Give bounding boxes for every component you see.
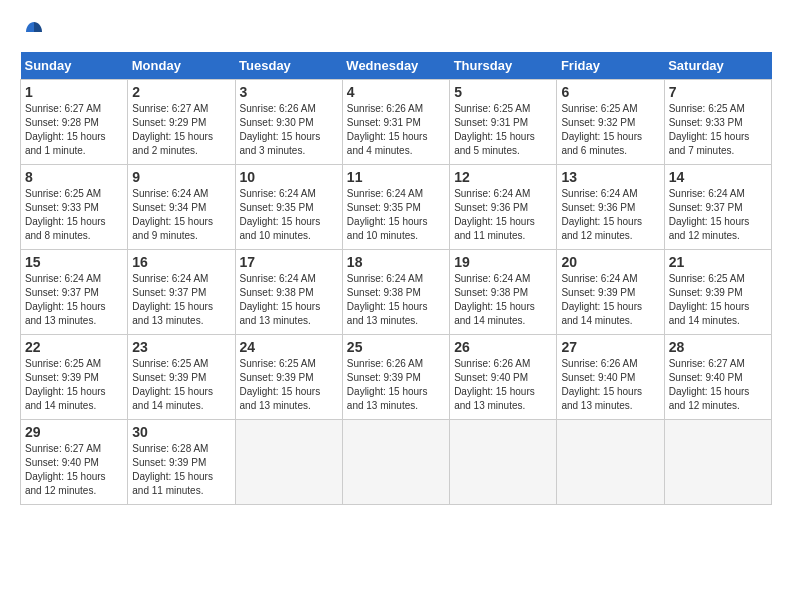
calendar-day-cell: 27Sunrise: 6:26 AMSunset: 9:40 PMDayligh… [557,335,664,420]
day-info: Sunrise: 6:24 AMSunset: 9:36 PMDaylight:… [454,187,552,243]
day-number: 29 [25,424,123,440]
calendar-day-cell: 22Sunrise: 6:25 AMSunset: 9:39 PMDayligh… [21,335,128,420]
day-info: Sunrise: 6:25 AMSunset: 9:33 PMDaylight:… [669,102,767,158]
day-info: Sunrise: 6:27 AMSunset: 9:40 PMDaylight:… [25,442,123,498]
calendar-day-cell [450,420,557,505]
day-number: 12 [454,169,552,185]
day-info: Sunrise: 6:24 AMSunset: 9:37 PMDaylight:… [132,272,230,328]
day-info: Sunrise: 6:24 AMSunset: 9:38 PMDaylight:… [454,272,552,328]
calendar-day-cell: 1Sunrise: 6:27 AMSunset: 9:28 PMDaylight… [21,80,128,165]
calendar-day-cell: 24Sunrise: 6:25 AMSunset: 9:39 PMDayligh… [235,335,342,420]
day-info: Sunrise: 6:24 AMSunset: 9:37 PMDaylight:… [25,272,123,328]
weekday-header: Wednesday [342,52,449,80]
day-info: Sunrise: 6:26 AMSunset: 9:40 PMDaylight:… [561,357,659,413]
calendar-day-cell: 17Sunrise: 6:24 AMSunset: 9:38 PMDayligh… [235,250,342,335]
day-info: Sunrise: 6:25 AMSunset: 9:39 PMDaylight:… [669,272,767,328]
weekday-header: Saturday [664,52,771,80]
calendar-day-cell [664,420,771,505]
calendar-day-cell: 6Sunrise: 6:25 AMSunset: 9:32 PMDaylight… [557,80,664,165]
day-number: 17 [240,254,338,270]
page-header [20,20,772,44]
calendar-day-cell: 28Sunrise: 6:27 AMSunset: 9:40 PMDayligh… [664,335,771,420]
day-number: 5 [454,84,552,100]
weekday-header: Sunday [21,52,128,80]
calendar-day-cell: 14Sunrise: 6:24 AMSunset: 9:37 PMDayligh… [664,165,771,250]
day-number: 1 [25,84,123,100]
day-number: 11 [347,169,445,185]
calendar-day-cell: 11Sunrise: 6:24 AMSunset: 9:35 PMDayligh… [342,165,449,250]
day-info: Sunrise: 6:24 AMSunset: 9:36 PMDaylight:… [561,187,659,243]
day-number: 15 [25,254,123,270]
calendar-day-cell: 20Sunrise: 6:24 AMSunset: 9:39 PMDayligh… [557,250,664,335]
day-number: 27 [561,339,659,355]
day-number: 30 [132,424,230,440]
day-number: 25 [347,339,445,355]
calendar-day-cell: 8Sunrise: 6:25 AMSunset: 9:33 PMDaylight… [21,165,128,250]
day-info: Sunrise: 6:26 AMSunset: 9:31 PMDaylight:… [347,102,445,158]
calendar-day-cell: 23Sunrise: 6:25 AMSunset: 9:39 PMDayligh… [128,335,235,420]
day-number: 16 [132,254,230,270]
day-info: Sunrise: 6:25 AMSunset: 9:39 PMDaylight:… [240,357,338,413]
day-info: Sunrise: 6:25 AMSunset: 9:33 PMDaylight:… [25,187,123,243]
day-info: Sunrise: 6:24 AMSunset: 9:35 PMDaylight:… [240,187,338,243]
calendar-table: SundayMondayTuesdayWednesdayThursdayFrid… [20,52,772,505]
day-info: Sunrise: 6:24 AMSunset: 9:38 PMDaylight:… [240,272,338,328]
calendar-week-row: 15Sunrise: 6:24 AMSunset: 9:37 PMDayligh… [21,250,772,335]
day-number: 6 [561,84,659,100]
day-number: 10 [240,169,338,185]
calendar-day-cell: 7Sunrise: 6:25 AMSunset: 9:33 PMDaylight… [664,80,771,165]
calendar-day-cell: 15Sunrise: 6:24 AMSunset: 9:37 PMDayligh… [21,250,128,335]
day-info: Sunrise: 6:28 AMSunset: 9:39 PMDaylight:… [132,442,230,498]
day-info: Sunrise: 6:26 AMSunset: 9:40 PMDaylight:… [454,357,552,413]
logo [20,20,46,44]
calendar-day-cell: 2Sunrise: 6:27 AMSunset: 9:29 PMDaylight… [128,80,235,165]
day-number: 4 [347,84,445,100]
calendar-header-row: SundayMondayTuesdayWednesdayThursdayFrid… [21,52,772,80]
day-number: 14 [669,169,767,185]
day-number: 19 [454,254,552,270]
day-number: 21 [669,254,767,270]
calendar-day-cell: 19Sunrise: 6:24 AMSunset: 9:38 PMDayligh… [450,250,557,335]
calendar-day-cell: 5Sunrise: 6:25 AMSunset: 9:31 PMDaylight… [450,80,557,165]
calendar-week-row: 8Sunrise: 6:25 AMSunset: 9:33 PMDaylight… [21,165,772,250]
calendar-day-cell: 16Sunrise: 6:24 AMSunset: 9:37 PMDayligh… [128,250,235,335]
weekday-header: Thursday [450,52,557,80]
calendar-day-cell [342,420,449,505]
day-info: Sunrise: 6:26 AMSunset: 9:39 PMDaylight:… [347,357,445,413]
calendar-day-cell [557,420,664,505]
day-info: Sunrise: 6:24 AMSunset: 9:35 PMDaylight:… [347,187,445,243]
calendar-day-cell: 26Sunrise: 6:26 AMSunset: 9:40 PMDayligh… [450,335,557,420]
day-number: 9 [132,169,230,185]
day-number: 28 [669,339,767,355]
calendar-day-cell: 13Sunrise: 6:24 AMSunset: 9:36 PMDayligh… [557,165,664,250]
day-info: Sunrise: 6:27 AMSunset: 9:40 PMDaylight:… [669,357,767,413]
day-info: Sunrise: 6:25 AMSunset: 9:31 PMDaylight:… [454,102,552,158]
weekday-header: Monday [128,52,235,80]
day-number: 13 [561,169,659,185]
day-info: Sunrise: 6:24 AMSunset: 9:39 PMDaylight:… [561,272,659,328]
day-number: 24 [240,339,338,355]
calendar-day-cell: 10Sunrise: 6:24 AMSunset: 9:35 PMDayligh… [235,165,342,250]
day-number: 23 [132,339,230,355]
calendar-day-cell: 18Sunrise: 6:24 AMSunset: 9:38 PMDayligh… [342,250,449,335]
day-number: 18 [347,254,445,270]
calendar-day-cell: 29Sunrise: 6:27 AMSunset: 9:40 PMDayligh… [21,420,128,505]
calendar-day-cell [235,420,342,505]
day-info: Sunrise: 6:27 AMSunset: 9:29 PMDaylight:… [132,102,230,158]
day-number: 2 [132,84,230,100]
day-number: 20 [561,254,659,270]
day-info: Sunrise: 6:25 AMSunset: 9:32 PMDaylight:… [561,102,659,158]
calendar-day-cell: 4Sunrise: 6:26 AMSunset: 9:31 PMDaylight… [342,80,449,165]
day-info: Sunrise: 6:25 AMSunset: 9:39 PMDaylight:… [25,357,123,413]
calendar-day-cell: 25Sunrise: 6:26 AMSunset: 9:39 PMDayligh… [342,335,449,420]
weekday-header: Friday [557,52,664,80]
day-info: Sunrise: 6:27 AMSunset: 9:28 PMDaylight:… [25,102,123,158]
day-info: Sunrise: 6:24 AMSunset: 9:38 PMDaylight:… [347,272,445,328]
day-number: 3 [240,84,338,100]
calendar-day-cell: 12Sunrise: 6:24 AMSunset: 9:36 PMDayligh… [450,165,557,250]
calendar-day-cell: 3Sunrise: 6:26 AMSunset: 9:30 PMDaylight… [235,80,342,165]
calendar-day-cell: 21Sunrise: 6:25 AMSunset: 9:39 PMDayligh… [664,250,771,335]
day-info: Sunrise: 6:25 AMSunset: 9:39 PMDaylight:… [132,357,230,413]
calendar-week-row: 1Sunrise: 6:27 AMSunset: 9:28 PMDaylight… [21,80,772,165]
day-number: 7 [669,84,767,100]
